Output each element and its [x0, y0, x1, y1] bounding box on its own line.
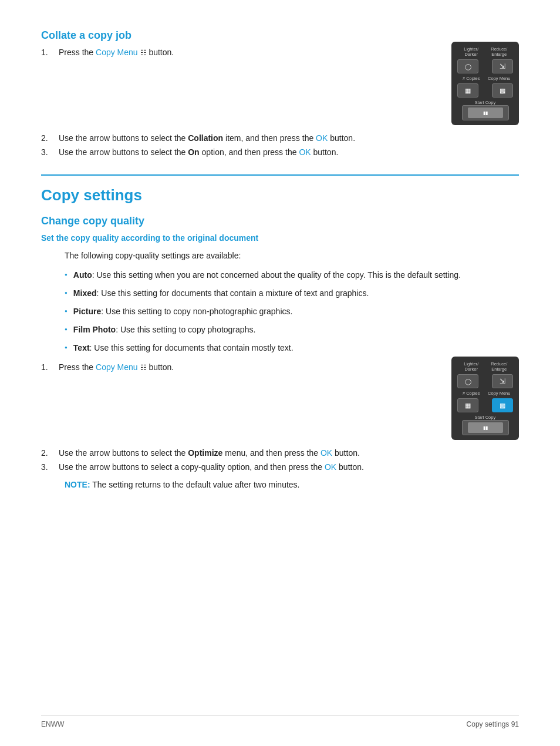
copy-settings-section: Copy settings Change copy quality Set th… — [41, 174, 519, 491]
bullet-filmphoto-text: Film Photo: Use this setting to copy pho… — [73, 324, 519, 336]
intro-text: The following copy-quality settings are … — [65, 250, 519, 262]
collate-step1-num: 1. — [41, 48, 59, 57]
ok-link-1: OK — [316, 133, 328, 143]
bullet-filmphoto: ● Film Photo: Use this setting to copy p… — [65, 324, 519, 336]
quality-step1-content: 1. Press the Copy Menu ☷ button. — [41, 362, 428, 378]
panel-startcopy-btn: ▮▮ — [462, 105, 509, 120]
copy-menu-icon-1: ☷ — [140, 49, 147, 57]
quality-steps-2-3: 2. Use the arrow buttons to select the O… — [41, 448, 519, 491]
panel2-lighter-label: Lighter/Darker — [457, 361, 485, 372]
collate-step3-text: Use the arrow buttons to select the On o… — [59, 147, 519, 157]
device-panel-1: Lighter/Darker Reduce/Enlarge ◯ ⇲ # Copi… — [451, 42, 519, 125]
quality-step2-text: Use the arrow buttons to select the Opti… — [59, 448, 519, 458]
section-divider — [41, 174, 519, 176]
footer: ENWW Copy settings 91 — [41, 715, 519, 728]
panel-labels-row-1: Lighter/Darker Reduce/Enlarge — [457, 46, 513, 57]
collate-step1: 1. Press the Copy Menu ☷ button. — [41, 48, 428, 57]
panel2-reduce-label: Reduce/Enlarge — [485, 361, 514, 372]
bullet-picture: ● Picture: Use this setting to copy non-… — [65, 305, 519, 318]
on-bold: On — [188, 147, 199, 157]
optimize-bold: Optimize — [188, 448, 222, 458]
text-bold: Text — [73, 343, 90, 352]
collate-step2: 2. Use the arrow buttons to select the C… — [41, 133, 519, 143]
footer-left: ENWW — [41, 720, 64, 728]
note-box: NOTE: The setting returns to the default… — [65, 479, 519, 491]
collate-step1-content: 1. Press the Copy Menu ☷ button. — [41, 48, 428, 63]
panel2-startcopy-label: Start Copy — [457, 415, 513, 420]
bullet-picture-text: Picture: Use this setting to copy non-ph… — [73, 305, 519, 318]
quality-step3-text: Use the arrow buttons to select a copy-q… — [59, 462, 519, 472]
device-panel-2: Lighter/Darker Reduce/Enlarge ◯ ⇲ # Copi… — [451, 357, 519, 440]
bullet-auto: ● Auto: Use this setting when you are no… — [65, 269, 519, 281]
panel2-copies-btn: ▦ — [457, 398, 478, 412]
quality-step1-text: Press the Copy Menu ☷ button. — [59, 362, 428, 372]
quality-step1: 1. Press the Copy Menu ☷ button. — [41, 362, 428, 372]
bullet-mixed-text: Mixed: Use this setting for documents th… — [73, 287, 519, 300]
panel2-lighter-btn: ◯ — [457, 374, 478, 388]
panel2-labels-row-2: # Copies Copy Menu — [457, 391, 513, 396]
panel2-startcopy-inner: ▮▮ — [468, 422, 503, 433]
panel-copymenu-label: Copy Menu — [485, 76, 514, 81]
collate-step2-num: 2. — [41, 133, 59, 143]
panel-copymenu-btn: ▩ — [492, 83, 513, 98]
copy-menu-link-1[interactable]: Copy Menu — [96, 48, 138, 57]
bullet-dot-4: ● — [65, 327, 68, 332]
quality-step2: 2. Use the arrow buttons to select the O… — [41, 448, 519, 458]
picture-bold: Picture — [73, 307, 101, 316]
panel2-btns-row-2: ▦ ▩ — [457, 398, 513, 412]
quality-step1-row: 1. Press the Copy Menu ☷ button. Lighter… — [41, 362, 519, 440]
panel-btns-row-1: ◯ ⇲ — [457, 59, 513, 73]
panel-reduce-btn: ⇲ — [492, 59, 513, 73]
panel-lighter-label: Lighter/Darker — [457, 46, 485, 57]
panel-startcopy-inner: ▮▮ — [468, 107, 503, 118]
bullet-text-text: Text: Use this setting for documents tha… — [73, 342, 519, 354]
bullet-auto-text: Auto: Use this setting when you are not … — [73, 269, 519, 281]
collate-step3: 3. Use the arrow buttons to select the O… — [41, 147, 519, 157]
panel2-startcopy-btn: ▮▮ — [462, 420, 509, 435]
collate-section: Collate a copy job 1. Press the Copy Men… — [41, 29, 519, 157]
panel2-copymenu-label: Copy Menu — [485, 391, 514, 396]
collate-step2-text: Use the arrow buttons to select the Coll… — [59, 133, 519, 143]
collate-steps-2-3: 2. Use the arrow buttons to select the C… — [41, 133, 519, 157]
bullet-mixed: ● Mixed: Use this setting for documents … — [65, 287, 519, 300]
change-quality-subtitle: Set the copy quality according to the or… — [41, 233, 519, 243]
panel2-copies-label: # Copies — [457, 391, 485, 396]
footer-right: Copy settings 91 — [467, 720, 519, 728]
quality-step3: 3. Use the arrow buttons to select a cop… — [41, 462, 519, 472]
change-quality-section: Change copy quality Set the copy quality… — [41, 215, 519, 491]
panel-reduce-label: Reduce/Enlarge — [485, 46, 514, 57]
bullet-dot-2: ● — [65, 290, 68, 295]
note-text: The setting returns to the default value… — [92, 480, 299, 489]
copy-menu-icon-2: ☷ — [140, 364, 147, 372]
panel-btns-row-2: ▦ ▩ — [457, 83, 513, 98]
panel-copies-btn: ▦ — [457, 83, 478, 98]
ok-link-3: OK — [321, 448, 332, 458]
quality-step2-num: 2. — [41, 448, 59, 458]
bullet-dot-3: ● — [65, 308, 68, 314]
collation-bold: Collation — [188, 133, 223, 143]
bullet-dot-1: ● — [65, 272, 68, 277]
panel2-reduce-btn: ⇲ — [492, 374, 513, 388]
collate-step1-text: Press the Copy Menu ☷ button. — [59, 48, 428, 57]
panel2-copymenu-btn: ▩ — [492, 398, 513, 412]
auto-bold: Auto — [73, 270, 92, 280]
collate-title: Collate a copy job — [41, 29, 519, 42]
bullet-dot-5: ● — [65, 345, 68, 350]
bullet-list: ● Auto: Use this setting when you are no… — [65, 269, 519, 354]
collate-step1-row: 1. Press the Copy Menu ☷ button. Lighter… — [41, 48, 519, 125]
panel-labels-row-2: # Copies Copy Menu — [457, 76, 513, 81]
quality-step3-num: 3. — [41, 462, 59, 472]
collate-step3-num: 3. — [41, 147, 59, 157]
panel-startcopy-label: Start Copy — [457, 100, 513, 105]
change-quality-title: Change copy quality — [41, 215, 519, 227]
quality-step1-num: 1. — [41, 362, 59, 372]
panel2-btns-row-1: ◯ ⇲ — [457, 374, 513, 388]
filmphoto-bold: Film Photo — [73, 325, 116, 334]
panel-lighter-btn: ◯ — [457, 59, 478, 73]
copy-menu-link-2[interactable]: Copy Menu — [96, 362, 138, 372]
ok-link-4: OK — [325, 462, 336, 472]
note-label: NOTE: — [65, 480, 90, 489]
ok-link-2: OK — [299, 147, 311, 157]
mixed-bold: Mixed — [73, 288, 97, 298]
copy-settings-title: Copy settings — [41, 186, 519, 204]
